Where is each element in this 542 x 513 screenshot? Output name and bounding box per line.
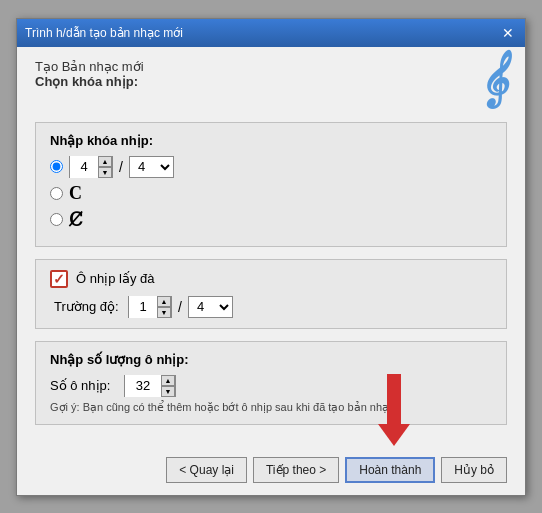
numerator-spinner-buttons: ▲ ▼ — [98, 156, 112, 178]
window-title: Trình h/dẫn tạo bản nhạc mới — [25, 26, 183, 40]
title-bar: Trình h/dẫn tạo bản nhạc mới ✕ — [17, 19, 525, 47]
cancel-button[interactable]: Hủy bỏ — [441, 457, 507, 483]
pickup-spinner-buttons: ▲ ▼ — [157, 296, 171, 318]
app-logo: 𝄞 — [479, 51, 507, 108]
dialog-window: Trình h/dẫn tạo bản nhạc mới ✕ Tạo Bản n… — [16, 18, 526, 496]
measure-count-title: Nhập số lượng ô nhịp: — [50, 352, 492, 367]
numerator-spinner: ▲ ▼ — [69, 156, 113, 178]
pickup-down-button[interactable]: ▼ — [157, 307, 171, 318]
numerator-input[interactable] — [70, 156, 98, 178]
measure-count-input[interactable] — [125, 375, 161, 397]
pickup-label: Ô nhịp lấy đà — [76, 271, 155, 286]
breadcrumb-line1: Tạo Bản nhạc mới — [35, 59, 507, 74]
measure-count-hint: Gợi ý: Bạn cũng có thể thêm hoặc bớt ô n… — [50, 401, 492, 414]
back-button[interactable]: < Quay lại — [166, 457, 247, 483]
measure-count-up-button[interactable]: ▲ — [161, 375, 175, 386]
time-signature-section: Nhập khóa nhịp: ▲ ▼ / 4 2 — [35, 122, 507, 247]
cut-time-symbol: C̸ — [69, 209, 83, 231]
pickup-duration-label: Trường độ: — [54, 299, 124, 314]
time-sig-separator: / — [119, 159, 123, 175]
time-signature-title: Nhập khóa nhịp: — [50, 133, 492, 148]
pickup-up-button[interactable]: ▲ — [157, 296, 171, 307]
pickup-separator: / — [178, 299, 182, 315]
close-button[interactable]: ✕ — [499, 24, 517, 42]
radio-row-cut: C̸ — [50, 209, 492, 231]
time-sig-inputs: ▲ ▼ / 4 2 8 16 — [69, 156, 174, 178]
measure-count-section: Nhập số lượng ô nhịp: Số ô nhịp: ▲ ▼ Gợi… — [35, 341, 507, 425]
measure-count-label: Số ô nhịp: — [50, 378, 120, 393]
pickup-numerator-spinner: ▲ ▼ — [128, 296, 172, 318]
radio-row-numeric: ▲ ▼ / 4 2 8 16 — [50, 156, 492, 178]
radio-row-common: C — [50, 183, 492, 204]
pickup-checkbox-row: ✓ Ô nhịp lấy đà — [50, 270, 492, 288]
pickup-duration-row: Trường độ: ▲ ▼ / 4 2 8 16 — [54, 296, 492, 318]
pickup-section: ✓ Ô nhịp lấy đà Trường độ: ▲ ▼ / 4 2 8 — [35, 259, 507, 329]
pickup-numerator-input[interactable] — [129, 296, 157, 318]
next-button[interactable]: Tiếp theo > — [253, 457, 339, 483]
radio-cut-time[interactable] — [50, 213, 63, 226]
dialog-footer: < Quay lại Tiếp theo > Hoàn thành Hủy bỏ — [17, 449, 525, 495]
numerator-up-button[interactable]: ▲ — [98, 156, 112, 167]
dialog-content: Tạo Bản nhạc mới Chọn khóa nhịp: 𝄞 Nhập … — [17, 47, 525, 449]
pickup-checkbox[interactable]: ✓ — [50, 270, 68, 288]
pickup-denominator-select[interactable]: 4 2 8 16 — [188, 296, 233, 318]
common-time-symbol: C — [69, 183, 82, 204]
measure-count-row: Số ô nhịp: ▲ ▼ — [50, 375, 492, 397]
measure-count-spinner-buttons: ▲ ▼ — [161, 375, 175, 397]
breadcrumb-line2: Chọn khóa nhịp: — [35, 74, 507, 89]
radio-common-time[interactable] — [50, 187, 63, 200]
numerator-down-button[interactable]: ▼ — [98, 167, 112, 178]
finish-button[interactable]: Hoàn thành — [345, 457, 435, 483]
denominator-select[interactable]: 4 2 8 16 — [129, 156, 174, 178]
measure-count-spinner: ▲ ▼ — [124, 375, 176, 397]
breadcrumb: Tạo Bản nhạc mới Chọn khóa nhịp: 𝄞 — [35, 59, 507, 108]
radio-numeric[interactable] — [50, 160, 63, 173]
measure-count-down-button[interactable]: ▼ — [161, 386, 175, 397]
